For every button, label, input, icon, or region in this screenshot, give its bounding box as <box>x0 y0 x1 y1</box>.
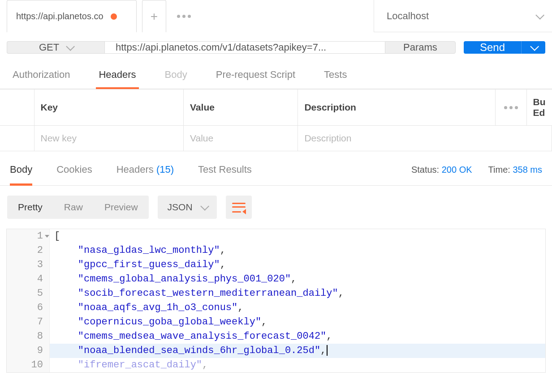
code-line[interactable]: 8 "cmems_medsea_wave_analysis_forecast_0… <box>7 329 545 344</box>
tab-strip: https://api.planetos.co + <box>0 0 374 32</box>
ellipsis-icon <box>502 106 520 109</box>
response-body-viewer[interactable]: 1[2 "nasa_gldas_lwc_monthly",3 "gpcc_fir… <box>6 229 546 373</box>
header-col-key: Key <box>34 89 184 126</box>
tab-body[interactable]: Body <box>162 69 190 89</box>
chevron-down-icon <box>200 202 209 211</box>
params-label: Params <box>403 42 437 53</box>
headers-table: Key Value Description Bu Ed New key Valu… <box>0 89 552 151</box>
environment-selector[interactable]: Localhost <box>374 0 552 32</box>
unsaved-indicator-icon <box>111 13 117 20</box>
chevron-down-icon <box>530 42 539 51</box>
url-text: https://api.planetos.com/v1/datasets?api… <box>116 42 326 53</box>
response-tab-headers[interactable]: Headers (15) <box>116 164 174 185</box>
code-line[interactable]: 9 "noaa_blended_sea_winds_6hr_global_0.2… <box>7 344 545 358</box>
code-line[interactable]: 5 "socib_forecast_western_mediterranean_… <box>7 286 545 301</box>
view-mode-segment: Pretty Raw Preview <box>7 196 149 219</box>
tab-options-button[interactable] <box>172 0 196 32</box>
response-tab-body[interactable]: Body <box>10 164 32 185</box>
body-toolbar: Pretty Raw Preview JSON <box>0 186 552 229</box>
tab-headers[interactable]: Headers <box>96 69 138 89</box>
header-settings-button[interactable] <box>495 89 526 126</box>
key-input[interactable]: New key <box>34 126 184 151</box>
request-bar: GET https://api.planetos.com/v1/datasets… <box>0 32 552 63</box>
time-value: 358 ms <box>513 165 542 175</box>
chevron-down-icon <box>535 10 544 19</box>
code-line[interactable]: 6 "noaa_aqfs_avg_1h_o3_conus", <box>7 301 545 315</box>
view-preview[interactable]: Preview <box>94 196 149 219</box>
tab-authorization[interactable]: Authorization <box>10 69 73 89</box>
code-line[interactable]: 10 "ifremer_ascat_daily", <box>7 358 545 372</box>
value-input[interactable]: Value <box>184 126 298 151</box>
view-raw[interactable]: Raw <box>53 196 94 219</box>
code-line[interactable]: 7 "copernicus_goba_global_weekly", <box>7 315 545 329</box>
code-line[interactable]: 2 "nasa_gldas_lwc_monthly", <box>7 243 545 258</box>
environment-name: Localhost <box>387 10 429 22</box>
response-tab-cookies[interactable]: Cookies <box>56 164 92 185</box>
header-col-desc: Description <box>298 89 495 126</box>
code-line[interactable]: 4 "cmems_global_analysis_phys_001_020", <box>7 272 545 286</box>
request-config-tabs: Authorization Headers Body Pre-request S… <box>0 63 552 89</box>
bulk-edit-link[interactable]: Bu Ed <box>526 89 552 126</box>
code-line[interactable]: 3 "gpcc_first_guess_daily", <box>7 258 545 272</box>
plus-icon: + <box>151 9 158 24</box>
header-checkbox-col <box>0 89 34 126</box>
header-col-value: Value <box>184 89 298 126</box>
response-tab-tests[interactable]: Test Results <box>198 164 252 185</box>
format-select[interactable]: JSON <box>158 196 217 219</box>
params-button[interactable]: Params <box>385 41 456 54</box>
tab-tests[interactable]: Tests <box>321 69 349 89</box>
request-tab-active[interactable]: https://api.planetos.co <box>7 0 137 32</box>
table-row: New key Value Description <box>0 126 552 151</box>
view-pretty[interactable]: Pretty <box>7 196 53 219</box>
status-value: 200 OK <box>442 165 472 175</box>
tab-prerequest[interactable]: Pre-request Script <box>213 69 298 89</box>
http-method-label: GET <box>39 42 59 53</box>
fold-icon[interactable] <box>45 235 49 238</box>
format-label: JSON <box>168 202 193 213</box>
wrap-lines-button[interactable] <box>226 196 252 219</box>
ellipsis-icon <box>177 15 191 18</box>
response-tabs: Body Cookies Headers (15) Test Results S… <box>0 151 552 186</box>
time-block: Time: 358 ms <box>488 165 542 175</box>
send-label: Send <box>480 41 505 54</box>
tab-title: https://api.planetos.co <box>16 11 104 21</box>
chevron-down-icon <box>66 42 75 51</box>
url-input[interactable]: https://api.planetos.com/v1/datasets?api… <box>104 41 385 54</box>
desc-input[interactable]: Description <box>298 126 552 151</box>
http-method-select[interactable]: GET <box>7 41 104 54</box>
code-line[interactable]: 1[ <box>7 229 545 243</box>
status-block: Status: 200 OK <box>411 165 472 175</box>
response-meta: Status: 200 OK Time: 358 ms <box>411 165 542 185</box>
send-button[interactable]: Send <box>464 41 521 54</box>
new-tab-button[interactable]: + <box>142 0 166 32</box>
send-options-button[interactable] <box>521 41 545 54</box>
wrap-icon <box>232 202 246 213</box>
